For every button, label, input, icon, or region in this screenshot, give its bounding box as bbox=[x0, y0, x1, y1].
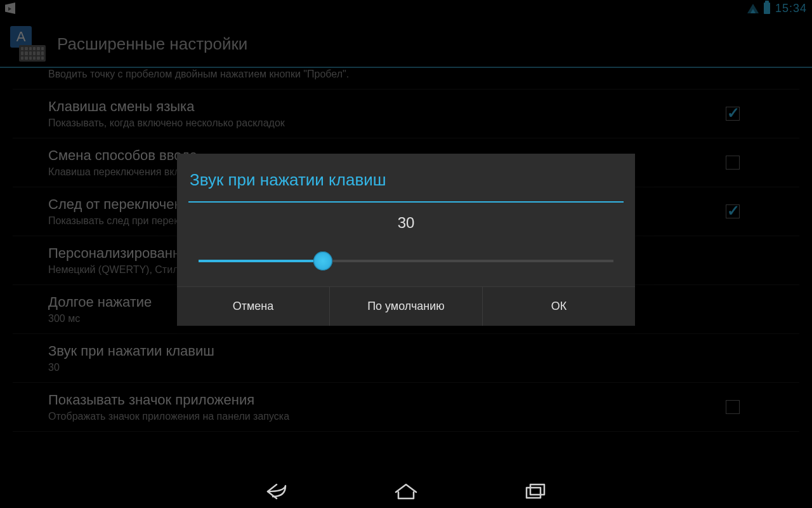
keypress-sound-dialog: Звук при нажатии клавиш 30 Отмена По умо… bbox=[177, 154, 635, 326]
dialog-buttons: Отмена По умолчанию ОК bbox=[177, 286, 635, 326]
navigation-bar bbox=[0, 475, 812, 508]
home-button[interactable] bbox=[393, 482, 419, 501]
recent-apps-button[interactable] bbox=[523, 482, 548, 501]
back-button[interactable] bbox=[264, 482, 289, 501]
slider-fill bbox=[199, 260, 323, 262]
volume-slider[interactable] bbox=[199, 260, 613, 262]
svg-rect-1 bbox=[530, 485, 544, 495]
slider-thumb[interactable] bbox=[313, 251, 332, 271]
dialog-value: 30 bbox=[177, 203, 635, 238]
svg-rect-0 bbox=[527, 488, 540, 498]
dialog-title: Звук при нажатии клавиш bbox=[177, 154, 635, 201]
cancel-button[interactable]: Отмена bbox=[177, 287, 330, 326]
default-button[interactable]: По умолчанию bbox=[330, 287, 483, 326]
ok-button[interactable]: ОК bbox=[483, 287, 635, 326]
